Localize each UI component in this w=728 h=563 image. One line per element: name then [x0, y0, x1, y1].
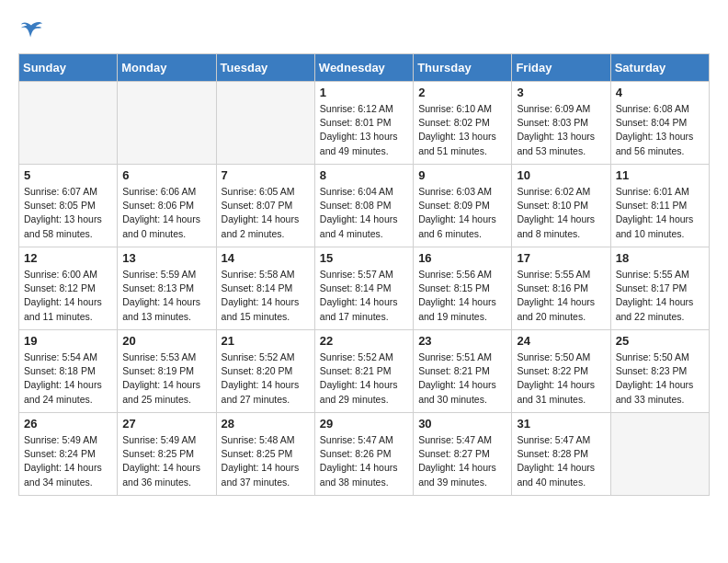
calendar-cell — [610, 413, 709, 496]
calendar-cell: 11Sunrise: 6:01 AMSunset: 8:11 PMDayligh… — [610, 165, 709, 247]
calendar-cell: 28Sunrise: 5:48 AMSunset: 8:25 PMDayligh… — [216, 413, 314, 496]
calendar-cell: 12Sunrise: 6:00 AMSunset: 8:12 PMDayligh… — [19, 247, 118, 330]
weekday-header-monday: Monday — [118, 54, 216, 82]
day-number: 10 — [517, 168, 605, 182]
day-number: 16 — [418, 251, 506, 265]
calendar-cell: 21Sunrise: 5:52 AMSunset: 8:20 PMDayligh… — [216, 330, 314, 413]
day-info: Sunrise: 5:53 AMSunset: 8:19 PMDaylight:… — [122, 350, 210, 407]
day-info: Sunrise: 5:47 AMSunset: 8:28 PMDaylight:… — [517, 433, 605, 489]
header-row: SundayMondayTuesdayWednesdayThursdayFrid… — [19, 54, 710, 82]
calendar-cell: 3Sunrise: 6:09 AMSunset: 8:03 PMDaylight… — [512, 82, 610, 165]
day-info: Sunrise: 5:58 AMSunset: 8:14 PMDaylight:… — [222, 268, 310, 324]
calendar-cell: 7Sunrise: 6:05 AMSunset: 8:07 PMDaylight… — [216, 165, 314, 247]
day-info: Sunrise: 6:09 AMSunset: 8:03 PMDaylight:… — [517, 102, 605, 158]
calendar-cell: 29Sunrise: 5:47 AMSunset: 8:26 PMDayligh… — [314, 413, 413, 496]
day-info: Sunrise: 5:55 AMSunset: 8:16 PMDaylight:… — [517, 268, 605, 324]
calendar-cell: 15Sunrise: 5:57 AMSunset: 8:14 PMDayligh… — [314, 247, 413, 330]
calendar-cell: 27Sunrise: 5:49 AMSunset: 8:25 PMDayligh… — [118, 413, 216, 496]
calendar-cell: 16Sunrise: 5:56 AMSunset: 8:15 PMDayligh… — [414, 247, 512, 330]
calendar-cell: 4Sunrise: 6:08 AMSunset: 8:04 PMDaylight… — [610, 82, 709, 165]
day-info: Sunrise: 6:02 AMSunset: 8:10 PMDaylight:… — [517, 185, 605, 241]
day-number: 7 — [222, 168, 310, 182]
day-info: Sunrise: 5:52 AMSunset: 8:21 PMDaylight:… — [320, 350, 408, 407]
day-info: Sunrise: 5:54 AMSunset: 8:18 PMDaylight:… — [24, 350, 112, 407]
day-info: Sunrise: 5:49 AMSunset: 8:24 PMDaylight:… — [24, 433, 112, 489]
calendar-cell — [19, 82, 118, 165]
calendar-cell — [216, 82, 314, 165]
day-number: 12 — [24, 251, 112, 265]
day-number: 28 — [222, 417, 310, 431]
day-number: 18 — [616, 251, 704, 265]
day-info: Sunrise: 6:07 AMSunset: 8:05 PMDaylight:… — [24, 185, 112, 241]
logo-icon — [18, 18, 44, 44]
day-number: 20 — [122, 334, 210, 348]
week-row-4: 19Sunrise: 5:54 AMSunset: 8:18 PMDayligh… — [19, 330, 710, 413]
day-number: 19 — [24, 334, 112, 348]
day-info: Sunrise: 6:12 AMSunset: 8:01 PMDaylight:… — [320, 102, 408, 158]
day-number: 31 — [517, 417, 605, 431]
day-number: 3 — [517, 86, 605, 99]
day-number: 6 — [122, 168, 210, 182]
day-info: Sunrise: 6:08 AMSunset: 8:04 PMDaylight:… — [616, 102, 704, 158]
day-number: 23 — [418, 334, 506, 348]
day-info: Sunrise: 5:57 AMSunset: 8:14 PMDaylight:… — [320, 268, 408, 324]
day-info: Sunrise: 5:47 AMSunset: 8:27 PMDaylight:… — [418, 433, 506, 489]
calendar-table: SundayMondayTuesdayWednesdayThursdayFrid… — [18, 53, 710, 496]
day-info: Sunrise: 6:00 AMSunset: 8:12 PMDaylight:… — [24, 268, 112, 324]
calendar-cell: 25Sunrise: 5:50 AMSunset: 8:23 PMDayligh… — [610, 330, 709, 413]
day-number: 17 — [517, 251, 605, 265]
calendar-cell: 19Sunrise: 5:54 AMSunset: 8:18 PMDayligh… — [19, 330, 118, 413]
day-info: Sunrise: 6:03 AMSunset: 8:09 PMDaylight:… — [418, 185, 506, 241]
day-info: Sunrise: 6:06 AMSunset: 8:06 PMDaylight:… — [122, 185, 210, 241]
day-number: 26 — [24, 417, 112, 431]
day-number: 1 — [320, 86, 408, 99]
day-number: 9 — [418, 168, 506, 182]
calendar-cell — [118, 82, 216, 165]
day-number: 8 — [320, 168, 408, 182]
calendar-cell: 20Sunrise: 5:53 AMSunset: 8:19 PMDayligh… — [118, 330, 216, 413]
weekday-header-sunday: Sunday — [19, 54, 118, 82]
weekday-header-thursday: Thursday — [414, 54, 512, 82]
day-number: 14 — [222, 251, 310, 265]
week-row-1: 1Sunrise: 6:12 AMSunset: 8:01 PMDaylight… — [19, 82, 710, 165]
day-info: Sunrise: 5:59 AMSunset: 8:13 PMDaylight:… — [122, 268, 210, 324]
week-row-2: 5Sunrise: 6:07 AMSunset: 8:05 PMDaylight… — [19, 165, 710, 247]
calendar-cell: 30Sunrise: 5:47 AMSunset: 8:27 PMDayligh… — [414, 413, 512, 496]
calendar-cell: 18Sunrise: 5:55 AMSunset: 8:17 PMDayligh… — [610, 247, 709, 330]
calendar-cell: 24Sunrise: 5:50 AMSunset: 8:22 PMDayligh… — [512, 330, 610, 413]
day-number: 29 — [320, 417, 408, 431]
day-info: Sunrise: 5:50 AMSunset: 8:22 PMDaylight:… — [517, 350, 605, 407]
day-number: 11 — [616, 168, 704, 182]
day-info: Sunrise: 5:56 AMSunset: 8:15 PMDaylight:… — [418, 268, 506, 324]
day-number: 4 — [616, 86, 704, 99]
calendar-cell: 1Sunrise: 6:12 AMSunset: 8:01 PMDaylight… — [314, 82, 413, 165]
day-info: Sunrise: 5:51 AMSunset: 8:21 PMDaylight:… — [418, 350, 506, 407]
day-info: Sunrise: 6:04 AMSunset: 8:08 PMDaylight:… — [320, 185, 408, 241]
calendar-cell: 5Sunrise: 6:07 AMSunset: 8:05 PMDaylight… — [19, 165, 118, 247]
day-number: 5 — [24, 168, 112, 182]
logo — [18, 18, 48, 44]
weekday-header-friday: Friday — [512, 54, 610, 82]
week-row-5: 26Sunrise: 5:49 AMSunset: 8:24 PMDayligh… — [19, 413, 710, 496]
day-number: 13 — [122, 251, 210, 265]
day-number: 25 — [616, 334, 704, 348]
weekday-header-wednesday: Wednesday — [314, 54, 413, 82]
day-info: Sunrise: 5:49 AMSunset: 8:25 PMDaylight:… — [122, 433, 210, 489]
day-info: Sunrise: 5:47 AMSunset: 8:26 PMDaylight:… — [320, 433, 408, 489]
weekday-header-tuesday: Tuesday — [216, 54, 314, 82]
day-number: 30 — [418, 417, 506, 431]
day-info: Sunrise: 5:48 AMSunset: 8:25 PMDaylight:… — [222, 433, 310, 489]
calendar-cell: 23Sunrise: 5:51 AMSunset: 8:21 PMDayligh… — [414, 330, 512, 413]
calendar-cell: 31Sunrise: 5:47 AMSunset: 8:28 PMDayligh… — [512, 413, 610, 496]
page-header — [18, 18, 710, 44]
day-info: Sunrise: 5:50 AMSunset: 8:23 PMDaylight:… — [616, 350, 704, 407]
calendar-cell: 10Sunrise: 6:02 AMSunset: 8:10 PMDayligh… — [512, 165, 610, 247]
day-number: 27 — [122, 417, 210, 431]
day-number: 2 — [418, 86, 506, 99]
calendar-cell: 26Sunrise: 5:49 AMSunset: 8:24 PMDayligh… — [19, 413, 118, 496]
day-number: 22 — [320, 334, 408, 348]
calendar-cell: 2Sunrise: 6:10 AMSunset: 8:02 PMDaylight… — [414, 82, 512, 165]
day-info: Sunrise: 5:52 AMSunset: 8:20 PMDaylight:… — [222, 350, 310, 407]
calendar-cell: 8Sunrise: 6:04 AMSunset: 8:08 PMDaylight… — [314, 165, 413, 247]
day-number: 15 — [320, 251, 408, 265]
